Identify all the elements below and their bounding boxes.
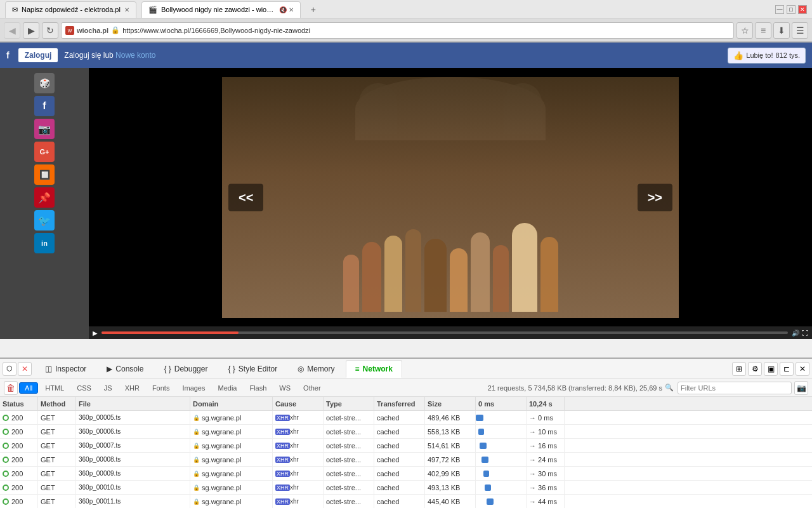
devtools-tab-style-editor[interactable]: { } Style Editor	[218, 360, 287, 378]
close-button[interactable]: ✕	[798, 5, 807, 14]
filter-xhr-btn[interactable]: XHR	[119, 382, 145, 394]
xhr-badge: XHR	[275, 457, 290, 463]
filter-all-btn[interactable]: All	[19, 382, 38, 394]
col-type: Type	[324, 397, 374, 410]
devtools-tab-inspector[interactable]: ◫ Inspector	[36, 360, 96, 378]
status-indicator	[3, 485, 9, 491]
sidebar-facebook-icon[interactable]: f	[34, 96, 55, 116]
tab-close-active-btn[interactable]: 🔇 ✕	[279, 6, 294, 13]
download-button[interactable]: ⬇	[773, 22, 790, 39]
filter-images-btn[interactable]: Images	[176, 382, 211, 394]
sidebar-pinterest-icon[interactable]: 📌	[34, 187, 55, 208]
bookmark-star-button[interactable]: ☆	[737, 22, 753, 39]
td-timing-bar	[476, 411, 527, 424]
volume-icon[interactable]: 🔊	[792, 330, 799, 337]
td-transferred: cached	[374, 425, 425, 438]
address-bar[interactable]: w wiocha.pl 🔒 https://www.wiocha.pl/1666…	[61, 22, 734, 39]
figure-main	[512, 223, 537, 312]
tab-close-btn[interactable]: ✕	[124, 6, 129, 13]
td-cause: XHR xhr	[273, 481, 324, 494]
td-timing-ms: → 44 ms	[527, 495, 565, 508]
inspector-picker-btn[interactable]: ⬡	[3, 362, 16, 376]
td-size: 497,72 KB	[425, 453, 476, 466]
timing-bar-container	[476, 441, 526, 450]
forward-button[interactable]: ▶	[23, 22, 39, 39]
td-transferred: cached	[374, 411, 425, 424]
status-indicator	[3, 498, 9, 505]
browser-chrome: ✉ Napisz odpowiedź - elektroda.pl ✕ 🎬 Bo…	[0, 0, 812, 43]
table-row[interactable]: 200 GET 360p_00010.ts 🔒 sg.wgrane.pl XHR…	[0, 481, 812, 495]
td-domain: 🔒 sg.wgrane.pl	[190, 495, 273, 508]
sidebar-linkedin-icon[interactable]: in	[34, 233, 55, 253]
domain-name: sg.wgrane.pl	[202, 498, 241, 505]
filter-ws-btn[interactable]: WS	[273, 382, 296, 394]
devtools-tab-console[interactable]: ▶ Console	[97, 360, 153, 378]
devtools-tab-network[interactable]: ≡ Network	[346, 360, 402, 378]
td-method: GET	[38, 439, 76, 452]
filter-js-btn[interactable]: JS	[98, 382, 118, 394]
table-row[interactable]: 200 GET 360p_00008.ts 🔒 sg.wgrane.pl XHR…	[0, 453, 812, 467]
screenshot-btn[interactable]: 📷	[794, 381, 808, 395]
figure-3	[384, 236, 402, 312]
table-row[interactable]: 200 GET 360p_00011.ts 🔒 sg.wgrane.pl XHR…	[0, 495, 812, 508]
login-button[interactable]: Zaloguj	[18, 48, 58, 62]
responsive-design-btn[interactable]: ⊞	[732, 362, 746, 376]
back-button[interactable]: ◀	[4, 22, 20, 39]
maximize-button[interactable]: □	[787, 5, 796, 14]
status-code: 200	[11, 442, 23, 450]
like-button[interactable]: 👍 Lubię to! 812 tys.	[728, 48, 806, 64]
split-view-btn[interactable]: ▣	[764, 362, 778, 376]
console-error-btn[interactable]: ✕	[18, 362, 32, 376]
tab-elektroda[interactable]: ✉ Napisz odpowiedź - elektroda.pl ✕	[5, 1, 136, 18]
reader-view-button[interactable]: ≡	[755, 22, 771, 39]
refresh-button[interactable]: ↻	[42, 22, 58, 39]
sidebar-dice-icon[interactable]: 🎲	[34, 73, 55, 93]
table-row[interactable]: 200 GET 360p_00006.ts 🔒 sg.wgrane.pl XHR…	[0, 425, 812, 439]
console-icon: ▶	[107, 364, 112, 373]
sidebar-twitter-icon[interactable]: 🐦	[34, 210, 55, 231]
td-transferred: cached	[374, 439, 425, 452]
sidebar-wykop-icon[interactable]: 🔲	[34, 164, 55, 185]
thumbs-up-icon: 👍	[733, 51, 743, 60]
filter-flash-btn[interactable]: Flash	[244, 382, 272, 394]
td-transferred: cached	[374, 453, 425, 466]
td-cause: XHR xhr	[273, 495, 324, 508]
cause-label: xhr	[290, 428, 299, 435]
td-status: 200	[0, 495, 38, 508]
dock-btn[interactable]: ⊏	[780, 362, 794, 376]
cause-label: xhr	[290, 484, 299, 491]
sidebar-instagram-icon[interactable]: 📷	[34, 119, 55, 139]
menu-button[interactable]: ☰	[792, 22, 808, 39]
filter-media-btn[interactable]: Media	[212, 382, 242, 394]
filter-css-btn[interactable]: CSS	[71, 382, 97, 394]
sidebar-googleplus-icon[interactable]: G+	[34, 142, 55, 162]
register-link[interactable]: Nowe konto	[115, 51, 155, 60]
devtools-tab-debugger[interactable]: { } Debugger	[154, 360, 217, 378]
close-devtools-btn[interactable]: ✕	[796, 362, 809, 376]
settings-btn[interactable]: ⚙	[748, 362, 762, 376]
play-icon[interactable]: ▶	[93, 330, 98, 337]
video-progress-bar[interactable]	[102, 331, 788, 334]
tab-wiocha[interactable]: 🎬 Bollywood nigdy nie zawodzi - wiocha..…	[141, 1, 301, 18]
clear-network-btn[interactable]: 🗑	[4, 381, 18, 395]
next-button[interactable]: >>	[638, 184, 672, 211]
video-controls: ▶ 🔊 ⛶	[89, 326, 812, 339]
td-status: 200	[0, 481, 38, 494]
table-row[interactable]: 200 GET 360p_00009.ts 🔒 sg.wgrane.pl XHR…	[0, 467, 812, 481]
video-frame	[222, 77, 679, 318]
filter-other-btn[interactable]: Other	[298, 382, 327, 394]
filter-url-input[interactable]	[678, 382, 792, 394]
td-file: 360p_00008.ts	[76, 453, 190, 466]
td-timing-bar	[476, 481, 527, 494]
td-size: 445,40 KB	[425, 495, 476, 508]
devtools-tab-memory[interactable]: ◎ Memory	[288, 360, 344, 378]
table-row[interactable]: 200 GET 360p_00007.ts 🔒 sg.wgrane.pl XHR…	[0, 439, 812, 453]
new-tab-button[interactable]: +	[306, 2, 321, 17]
filter-html-btn[interactable]: HTML	[39, 382, 70, 394]
filter-fonts-btn[interactable]: Fonts	[147, 382, 176, 394]
fullscreen-icon[interactable]: ⛶	[802, 330, 808, 337]
video-player[interactable]: << >>	[222, 77, 679, 318]
minimize-button[interactable]: —	[775, 5, 784, 14]
table-row[interactable]: 200 GET 360p_00005.ts 🔒 sg.wgrane.pl XHR…	[0, 411, 812, 425]
prev-button[interactable]: <<	[228, 184, 263, 211]
